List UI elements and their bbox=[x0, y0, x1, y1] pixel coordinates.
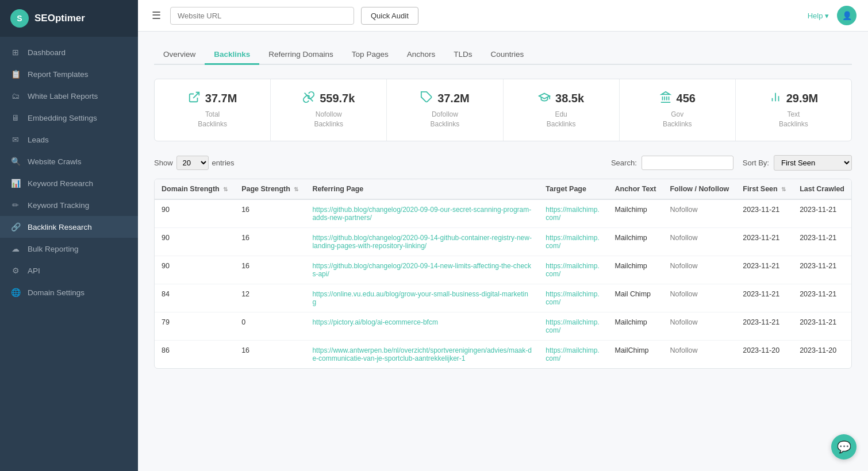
svg-line-1 bbox=[305, 93, 313, 102]
sidebar-item-embedding-settings[interactable]: 🖥Embedding Settings bbox=[0, 107, 138, 129]
table-row: 90 16 https://github.blog/changelog/2020… bbox=[155, 199, 851, 228]
cell-domain-strength: 86 bbox=[155, 340, 235, 368]
bulk-reporting-icon: ☁ bbox=[10, 244, 21, 253]
table-row: 86 16 https://www.antwerpen.be/nl/overzi… bbox=[155, 340, 851, 368]
cell-anchor-text: Mailchimp bbox=[608, 227, 663, 256]
referring-page-link[interactable]: https://github.blog/changelog/2020-09-14… bbox=[312, 234, 532, 250]
referring-page-link[interactable]: https://github.blog/changelog/2020-09-14… bbox=[312, 262, 531, 278]
controls-row: Show 20 50 100 entries Search: Sort By: … bbox=[154, 155, 852, 171]
main-content-area: OverviewBacklinksReferring DomainsTop Pa… bbox=[138, 32, 868, 471]
cell-follow-nofollow: Nofollow bbox=[663, 284, 736, 312]
target-page-link[interactable]: https://mailchimp.com/ bbox=[546, 262, 599, 278]
cell-last-crawled: 2023-11-21 bbox=[793, 312, 851, 340]
cell-domain-strength: 90 bbox=[155, 227, 235, 256]
help-button[interactable]: Help ▾ bbox=[808, 11, 829, 20]
cell-referring-page[interactable]: https://www.antwerpen.be/nl/overzicht/sp… bbox=[305, 340, 539, 368]
cell-last-crawled: 2023-11-21 bbox=[793, 199, 851, 228]
backlink-research-icon: 🔗 bbox=[10, 222, 21, 231]
tab-backlinks[interactable]: Backlinks bbox=[205, 45, 259, 65]
cell-first-seen: 2023-11-20 bbox=[736, 340, 793, 368]
cell-anchor-text: Mailchimp bbox=[608, 256, 663, 284]
tab-top-pages[interactable]: Top Pages bbox=[343, 45, 398, 65]
tab-referring-domains[interactable]: Referring Domains bbox=[259, 45, 343, 65]
gov-backlinks-label: GovBacklinks bbox=[629, 110, 726, 129]
sidebar-logo[interactable]: S SEOptimer bbox=[0, 0, 138, 37]
cell-first-seen: 2023-11-21 bbox=[736, 227, 793, 256]
sidebar-item-label: Bulk Reporting bbox=[28, 245, 79, 253]
cell-target-page[interactable]: https://mailchimp.com/ bbox=[539, 199, 608, 228]
chat-button[interactable]: 💬 bbox=[831, 434, 857, 460]
sortby-label: Sort By: bbox=[743, 159, 769, 167]
sidebar-item-dashboard[interactable]: ⊞Dashboard bbox=[0, 41, 138, 63]
show-select[interactable]: 20 50 100 bbox=[176, 156, 209, 170]
sidebar-item-keyword-tracking[interactable]: ✏Keyword Tracking bbox=[0, 194, 138, 216]
cell-follow-nofollow: Nofollow bbox=[663, 199, 736, 228]
cell-follow-nofollow: Nofollow bbox=[663, 256, 736, 284]
sidebar-item-website-crawls[interactable]: 🔍Website Crawls bbox=[0, 150, 138, 172]
referring-page-link[interactable]: https://github.blog/changelog/2020-09-09… bbox=[312, 206, 531, 222]
cell-target-page[interactable]: https://mailchimp.com/ bbox=[539, 284, 608, 312]
col-target-page: Target Page bbox=[539, 179, 608, 199]
sidebar-item-api[interactable]: ⚙API bbox=[0, 260, 138, 281]
stat-edu-backlinks: 38.5k EduBacklinks bbox=[504, 79, 620, 141]
referring-page-link[interactable]: https://pictory.ai/blog/ai-ecommerce-bfc… bbox=[312, 318, 438, 326]
target-page-link[interactable]: https://mailchimp.com/ bbox=[546, 346, 599, 362]
col-domain-strength[interactable]: Domain Strength ⇅ bbox=[155, 179, 235, 199]
cell-page-strength: 0 bbox=[235, 312, 305, 340]
sort-select[interactable]: First SeenLast CrawledDomain StrengthPag… bbox=[774, 155, 852, 171]
cell-referring-page[interactable]: https://pictory.ai/blog/ai-ecommerce-bfc… bbox=[305, 312, 539, 340]
quick-audit-button[interactable]: Quick Audit bbox=[361, 7, 418, 25]
target-page-link[interactable]: https://mailchimp.com/ bbox=[546, 318, 599, 334]
tab-anchors[interactable]: Anchors bbox=[398, 45, 445, 65]
col-first-seen[interactable]: First Seen ⇅ bbox=[736, 179, 793, 199]
target-page-link[interactable]: https://mailchimp.com/ bbox=[546, 290, 599, 306]
referring-page-link[interactable]: https://www.antwerpen.be/nl/overzicht/sp… bbox=[312, 346, 532, 362]
sidebar-item-domain-settings[interactable]: 🌐Domain Settings bbox=[0, 281, 138, 303]
cell-target-page[interactable]: https://mailchimp.com/ bbox=[539, 312, 608, 340]
leads-icon: ✉ bbox=[10, 135, 21, 144]
tab-tlds[interactable]: TLDs bbox=[444, 45, 481, 65]
cell-referring-page[interactable]: https://github.blog/changelog/2020-09-14… bbox=[305, 227, 539, 256]
stat-dofollow-backlinks: 37.2M DofollowBacklinks bbox=[387, 79, 503, 141]
sidebar-item-leads[interactable]: ✉Leads bbox=[0, 129, 138, 150]
referring-page-link[interactable]: https://online.vu.edu.au/blog/grow-your-… bbox=[312, 290, 528, 306]
cell-anchor-text: Mail Chimp bbox=[608, 284, 663, 312]
sidebar-item-backlink-research[interactable]: 🔗Backlink Research bbox=[0, 216, 138, 238]
sidebar-nav: ⊞Dashboard📋Report Templates🗂White Label … bbox=[0, 37, 138, 471]
main-content: ☰ Quick Audit Help ▾ 👤 OverviewBacklinks… bbox=[138, 0, 868, 471]
cell-target-page[interactable]: https://mailchimp.com/ bbox=[539, 256, 608, 284]
tab-overview[interactable]: Overview bbox=[154, 45, 205, 65]
cell-referring-page[interactable]: https://github.blog/changelog/2020-09-09… bbox=[305, 199, 539, 228]
col-last-crawled: Last Crawled bbox=[793, 179, 851, 199]
target-page-link[interactable]: https://mailchimp.com/ bbox=[546, 234, 599, 250]
sidebar-item-keyword-research[interactable]: 📊Keyword Research bbox=[0, 172, 138, 194]
stat-gov-backlinks: 456 GovBacklinks bbox=[620, 79, 736, 141]
cell-page-strength: 16 bbox=[235, 227, 305, 256]
sidebar-item-white-label-reports[interactable]: 🗂White Label Reports bbox=[0, 85, 138, 107]
cell-referring-page[interactable]: https://github.blog/changelog/2020-09-14… bbox=[305, 256, 539, 284]
stat-total-backlinks: 37.7M TotalBacklinks bbox=[155, 79, 271, 141]
cell-referring-page[interactable]: https://online.vu.edu.au/blog/grow-your-… bbox=[305, 284, 539, 312]
col-referring-page: Referring Page bbox=[305, 179, 539, 199]
sidebar-item-report-templates[interactable]: 📋Report Templates bbox=[0, 63, 138, 85]
col-page-strength[interactable]: Page Strength ⇅ bbox=[235, 179, 305, 199]
sidebar-item-bulk-reporting[interactable]: ☁Bulk Reporting bbox=[0, 238, 138, 260]
gov-backlinks-icon bbox=[659, 91, 672, 106]
keyword-tracking-icon: ✏ bbox=[10, 200, 21, 210]
cell-anchor-text: Mailchimp bbox=[608, 312, 663, 340]
tab-countries[interactable]: Countries bbox=[481, 45, 533, 65]
search-input[interactable] bbox=[642, 156, 733, 170]
tabs-bar: OverviewBacklinksReferring DomainsTop Pa… bbox=[154, 45, 852, 65]
nofollow-backlinks-value: 559.7k bbox=[320, 92, 355, 105]
cell-target-page[interactable]: https://mailchimp.com/ bbox=[539, 340, 608, 368]
embedding-settings-icon: 🖥 bbox=[10, 113, 21, 122]
hamburger-icon[interactable]: ☰ bbox=[149, 7, 163, 24]
cell-anchor-text: Mailchimp bbox=[608, 199, 663, 228]
cell-target-page[interactable]: https://mailchimp.com/ bbox=[539, 227, 608, 256]
target-page-link[interactable]: https://mailchimp.com/ bbox=[546, 206, 599, 222]
logo-text: SEOptimer bbox=[34, 13, 85, 24]
url-input[interactable] bbox=[170, 7, 354, 25]
nofollow-backlinks-icon bbox=[302, 91, 315, 106]
table-row: 79 0 https://pictory.ai/blog/ai-ecommerc… bbox=[155, 312, 851, 340]
user-avatar[interactable]: 👤 bbox=[837, 6, 857, 25]
